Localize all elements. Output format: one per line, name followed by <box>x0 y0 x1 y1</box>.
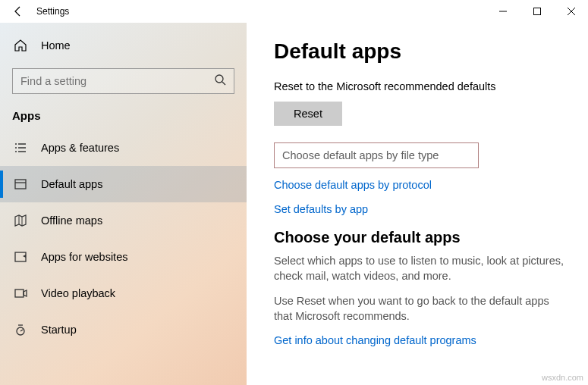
watermark: wsxdn.com <box>542 373 583 382</box>
nav-offline-maps[interactable]: Offline maps <box>0 202 247 239</box>
svg-point-4 <box>215 75 223 83</box>
reset-description: Reset to the Microsoft recommended defau… <box>274 80 567 92</box>
link-set-defaults-by-app[interactable]: Set defaults by app <box>274 203 567 215</box>
search-input[interactable] <box>20 75 214 87</box>
nav-label: Apps for websites <box>41 251 127 263</box>
svg-rect-17 <box>15 290 24 297</box>
close-button[interactable] <box>554 0 588 23</box>
home-nav[interactable]: Home <box>0 30 247 61</box>
svg-line-19 <box>20 330 23 331</box>
map-icon <box>12 214 29 227</box>
main-content: Default apps Reset to the Microsoft reco… <box>247 23 588 385</box>
search-icon <box>214 74 226 89</box>
nav-label: Video playback <box>41 287 115 299</box>
link-choose-by-protocol[interactable]: Choose default apps by protocol <box>274 179 567 191</box>
section-header-apps: Apps <box>0 105 247 130</box>
link-label: Choose default apps by file type <box>282 149 439 161</box>
link-choose-by-filetype[interactable]: Choose default apps by file type <box>274 142 479 168</box>
svg-rect-12 <box>15 180 26 189</box>
svg-line-5 <box>222 82 225 85</box>
nav-label: Apps & features <box>41 142 119 154</box>
description-paragraph-2: Use Reset when you want to go back to th… <box>274 294 567 324</box>
nav-default-apps[interactable]: Default apps <box>0 166 247 202</box>
nav-apps-websites[interactable]: Apps for websites <box>0 239 247 275</box>
nav-apps-features[interactable]: Apps & features <box>0 130 247 166</box>
search-box[interactable] <box>12 68 234 94</box>
window-title: Settings <box>36 6 69 17</box>
page-title: Default apps <box>274 39 567 64</box>
nav-startup[interactable]: Startup <box>0 311 247 348</box>
nav-video-playback[interactable]: Video playback <box>0 275 247 311</box>
link-get-info[interactable]: Get info about changing default programs <box>274 334 567 346</box>
minimize-button[interactable] <box>486 0 520 23</box>
home-label: Home <box>41 39 71 52</box>
nav-label: Offline maps <box>41 214 102 227</box>
nav-label: Startup <box>41 324 77 336</box>
list-icon <box>12 141 29 155</box>
back-button[interactable] <box>6 5 30 17</box>
maximize-button[interactable] <box>520 0 554 23</box>
svg-rect-1 <box>533 8 540 15</box>
nav-label: Default apps <box>41 178 102 190</box>
svg-rect-16 <box>15 252 26 261</box>
websites-icon <box>12 250 29 264</box>
sidebar: Home Apps Apps & features Default ap <box>0 23 247 385</box>
startup-icon <box>12 323 29 336</box>
reset-button-label: Reset <box>294 108 322 120</box>
default-apps-icon <box>12 177 29 191</box>
description-paragraph-1: Select which apps to use to listen to mu… <box>274 254 567 283</box>
home-icon <box>12 39 29 52</box>
video-icon <box>12 286 29 300</box>
reset-button[interactable]: Reset <box>274 102 342 126</box>
subheading: Choose your default apps <box>274 229 567 246</box>
